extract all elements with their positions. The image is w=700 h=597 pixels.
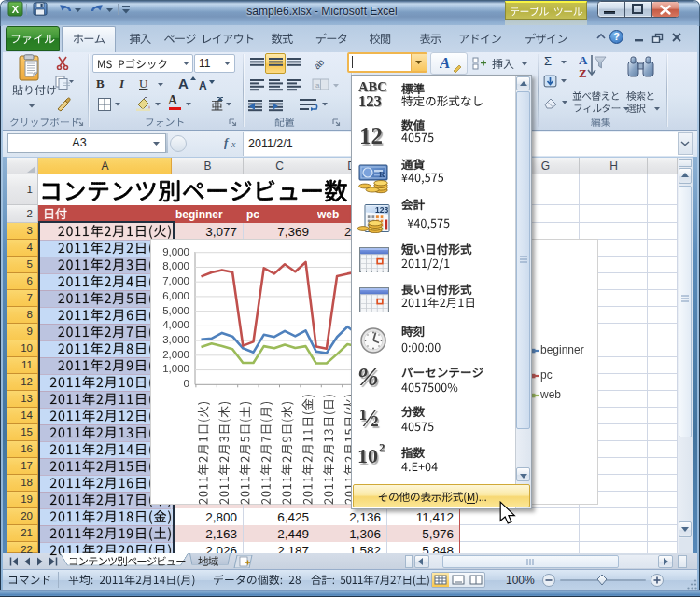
- svg-text:R: R: [379, 170, 385, 179]
- svg-text:Z: Z: [579, 66, 587, 80]
- svg-text:ab: ab: [312, 57, 327, 72]
- svg-text:A: A: [579, 53, 588, 67]
- svg-text:a: a: [315, 81, 320, 90]
- svg-text:123: 123: [375, 205, 388, 215]
- svg-text:X: X: [12, 4, 20, 15]
